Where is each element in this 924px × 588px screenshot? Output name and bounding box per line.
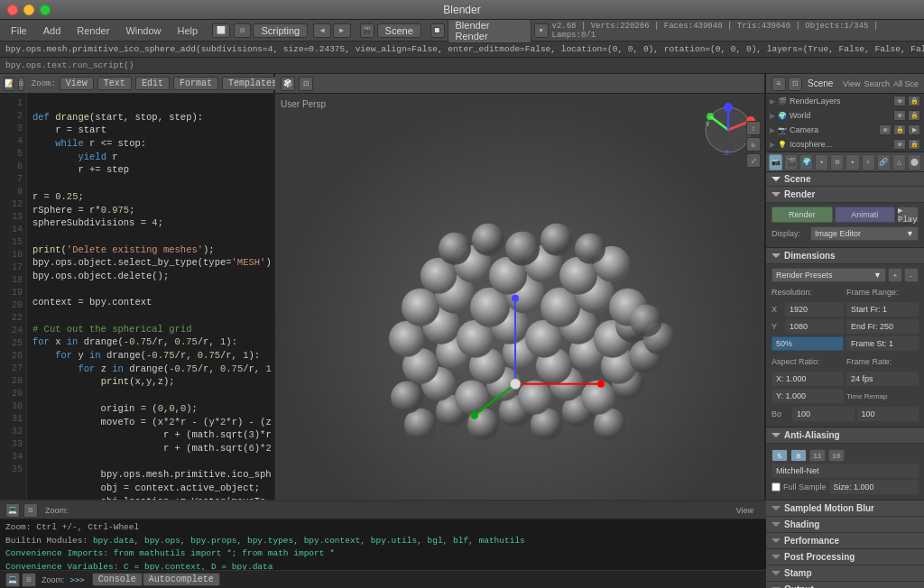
fullscreen-icon[interactable]: ⊡ (234, 23, 252, 38)
camera-lock[interactable]: 🔒 (893, 124, 906, 135)
maximize-editor-btn[interactable]: ⊡ (18, 77, 24, 91)
render-section-header[interactable]: Render (766, 187, 924, 203)
editor-type-icon[interactable]: ⬜ (212, 23, 230, 38)
viewport-area[interactable]: User Persp (275, 94, 764, 568)
presets-remove-btn[interactable]: - (904, 268, 919, 282)
minimize-button[interactable] (23, 5, 34, 15)
output-header[interactable]: Output (766, 582, 924, 588)
maximize-button[interactable] (40, 5, 51, 15)
world-eye[interactable]: 👁 (893, 110, 906, 121)
aa-section-header[interactable]: Anti-Aliasing (766, 427, 924, 444)
edit-menu[interactable]: Edit (135, 77, 170, 90)
scale-tool[interactable]: ⤢ (746, 153, 761, 168)
camera-eye[interactable]: 👁 (879, 124, 892, 135)
workspace-label[interactable]: Scripting (253, 23, 308, 38)
renderlayers-lock[interactable]: 🔒 (908, 96, 920, 106)
aa-11-btn[interactable]: 11 (809, 449, 826, 462)
close-button[interactable] (7, 5, 18, 15)
code-content[interactable]: def drange(start, stop, step): r = start… (27, 94, 273, 568)
menu-help[interactable]: Help (171, 23, 206, 38)
all-scenes-btn[interactable]: All Sce (893, 79, 919, 88)
console-btn[interactable]: Console (92, 573, 143, 586)
view-menu-console[interactable]: View (736, 506, 753, 515)
console-prompt[interactable]: >>> (70, 575, 85, 584)
aspect-x-field[interactable]: X: 1.000 (772, 372, 844, 386)
modifier-props-icon[interactable]: ⚙ (830, 154, 844, 170)
presets-add-btn[interactable]: + (888, 268, 902, 282)
view-search-btn[interactable]: View (843, 79, 860, 88)
stamp-header[interactable]: Stamp (766, 565, 924, 582)
bo-start-field[interactable]: 100 (792, 407, 855, 421)
start-fr-field[interactable]: Start Fr: 1 (846, 302, 919, 317)
end-fr-field[interactable]: End Fr: 250 (846, 319, 919, 334)
render-props-icon[interactable]: 📷 (769, 154, 782, 170)
format-menu[interactable]: Format (173, 77, 218, 90)
outliner-item-icosphere[interactable]: ▶ 💡 Icosphere... 👁 🔒 (766, 137, 924, 152)
material-props-icon[interactable]: ⬤ (908, 154, 921, 170)
editor-type-btn[interactable]: 📝 (4, 77, 14, 91)
data-props-icon[interactable]: △ (892, 154, 906, 170)
viewport-type-btn[interactable]: 🎲 (281, 77, 295, 91)
rotate-tool[interactable]: ↻ (746, 137, 761, 152)
scene-props-icon[interactable]: 🎬 (784, 154, 798, 170)
aspect-y-field[interactable]: Y: 1.000 (772, 389, 844, 403)
outliner-item-renderlayers[interactable]: ▶ 🎬 RenderLayers 👁 🔒 (766, 94, 924, 108)
ico-lock[interactable]: 🔒 (908, 139, 920, 150)
physics-props-icon[interactable]: ⚡ (862, 154, 875, 170)
dimensions-section-header[interactable]: Dimensions (766, 248, 924, 264)
console-footer-icon[interactable]: 💻 (5, 573, 20, 587)
performance-header[interactable]: Performance (766, 533, 924, 549)
fps-field[interactable]: 24 fps (846, 372, 919, 386)
filter-field[interactable]: Mitchell-Net (772, 464, 919, 478)
presets-dropdown[interactable]: Render Presets ▼ (772, 268, 886, 282)
particles-props-icon[interactable]: ✦ (845, 154, 859, 170)
aa-16-btn[interactable]: 16 (828, 449, 845, 462)
viewport-fullscreen[interactable]: ⊡ (299, 77, 313, 91)
object-props-icon[interactable]: ▪ (815, 154, 828, 170)
menu-add[interactable]: Add (36, 23, 69, 38)
frame-step-field[interactable]: Frame St: 1 (846, 336, 919, 351)
aa-5-btn[interactable]: 5 (772, 449, 788, 462)
full-sample-size[interactable]: Size: 1.000 (829, 480, 919, 494)
world-props-icon[interactable]: 🌍 (799, 154, 813, 170)
outliner-fullscreen[interactable]: ⊡ (788, 77, 802, 91)
renderlayers-eye[interactable]: 👁 (893, 96, 906, 106)
prev-workspace-icon[interactable]: ◀ (313, 23, 331, 38)
camera-render[interactable]: ▶ (908, 124, 920, 135)
motion-blur-header[interactable]: Sampled Motion Blur (766, 501, 924, 517)
outliner-item-world[interactable]: ▶ 🌍 World 👁 🔒 (766, 108, 924, 123)
console-fullscreen[interactable]: ⊡ (23, 503, 38, 518)
menu-window[interactable]: Window (118, 23, 168, 38)
menu-render[interactable]: Render (69, 23, 116, 38)
scene-label[interactable]: Scene (377, 23, 421, 38)
render-engine-label[interactable]: Blender Render (448, 18, 531, 43)
aa-8-btn[interactable]: 8 (790, 449, 807, 462)
res-pct-field[interactable]: 50% (772, 336, 844, 351)
display-value[interactable]: Image Editor ▼ (810, 226, 919, 241)
render-engine-dropdown[interactable]: ▼ (534, 23, 549, 38)
res-x-field[interactable]: 1920 (785, 302, 844, 317)
play-button[interactable]: ▶ Play (897, 207, 919, 223)
constraints-props-icon[interactable]: 🔗 (877, 154, 891, 170)
search-btn[interactable]: Search (864, 79, 890, 88)
view-menu[interactable]: View (60, 77, 94, 90)
text-menu[interactable]: Text (97, 77, 132, 90)
console-footer-fs[interactable]: ⊡ (22, 573, 36, 587)
ico-eye[interactable]: 👁 (893, 139, 906, 150)
animation-button[interactable]: Animati (835, 207, 896, 223)
autocomplete-btn[interactable]: Autocomplete (143, 573, 220, 586)
shading-header[interactable]: Shading (766, 517, 924, 533)
next-workspace-icon[interactable]: ▶ (333, 23, 351, 38)
outliner-icon-btn[interactable]: ≡ (772, 77, 786, 91)
menu-file[interactable]: File (4, 23, 34, 38)
templates-menu[interactable]: Templates (222, 77, 283, 90)
translate-tool[interactable]: ↕ (746, 121, 761, 135)
bo-end-field[interactable]: 100 (857, 407, 919, 421)
render-button[interactable]: Render (772, 207, 833, 223)
full-sample-checkbox[interactable] (772, 482, 781, 492)
post-processing-header[interactable]: Post Processing (766, 549, 924, 565)
console-type-icon[interactable]: 💻 (5, 503, 20, 518)
world-lock[interactable]: 🔒 (908, 110, 920, 121)
res-y-field[interactable]: 1080 (785, 319, 844, 334)
outliner-item-camera[interactable]: ▶ 📷 Camera 👁 🔒 ▶ (766, 123, 924, 137)
